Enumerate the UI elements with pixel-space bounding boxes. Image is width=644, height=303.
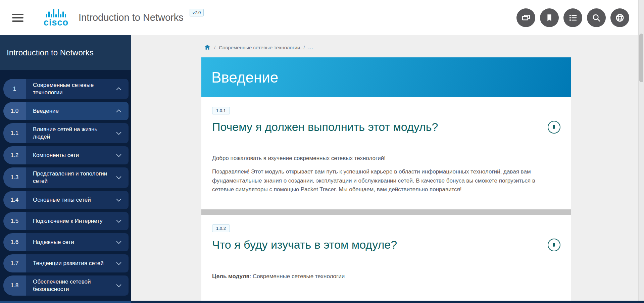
topic-badge: 1.0.1: [212, 107, 230, 114]
cisco-logo: cisco: [44, 8, 68, 27]
main-content: / Современные сетевые технологии / ... В…: [131, 35, 638, 303]
divider: [212, 259, 560, 259]
divider: [212, 141, 560, 141]
version-badge: v7.0: [190, 9, 204, 16]
header: cisco Introduction to Networks v7.0: [0, 0, 644, 35]
lesson-card: Введение 1.0.1 Почему я должен выполнить…: [201, 57, 571, 303]
nav-item-label: Влияние сетей на жизнь людей: [26, 123, 109, 143]
scrollbar-thumb[interactable]: [639, 34, 643, 82]
globe-icon: [615, 13, 625, 23]
nav-item-label: Обеспечение сетевой безопасности: [26, 275, 109, 296]
nav-item-number: 1.3: [3, 167, 26, 188]
chevron-icon[interactable]: [109, 233, 129, 251]
chevron-icon[interactable]: [109, 102, 129, 120]
bookmark-topic-button[interactable]: [548, 121, 560, 134]
sidebar-nav-item-1.0[interactable]: 1.0 Введение: [3, 102, 129, 120]
sidebar-nav-item-1.1[interactable]: 1.1 Влияние сетей на жизнь людей: [3, 123, 129, 143]
bottom-bar: [0, 301, 644, 303]
nav-item-label: Введение: [26, 102, 109, 120]
nav-item-number: 1: [3, 79, 26, 99]
topic-title: Почему я должен выполнить этот модуль?: [212, 120, 548, 134]
sidebar-nav-item-1.8[interactable]: 1.8 Обеспечение сетевой безопасности: [3, 275, 129, 296]
goal-text: : Современные сетевые технологии: [250, 273, 345, 280]
nav-item-label: Компоненты сети: [26, 146, 109, 164]
nav-item-number: 1.6: [3, 233, 26, 251]
bookmark-topic-button[interactable]: [548, 239, 560, 251]
goal-label: Цель модуля: [212, 273, 250, 280]
chevron-icon[interactable]: [109, 212, 129, 230]
topic-title: Что я буду изучать в этом модуле?: [212, 238, 548, 251]
paragraph: Поздравляем! Этот модуль открывает вам п…: [212, 167, 554, 194]
home-breadcrumb-button[interactable]: [204, 44, 211, 51]
breadcrumb: / Современные сетевые технологии / ...: [131, 35, 638, 51]
nav-item-label: Тенденции развития сетей: [26, 254, 109, 272]
chevron-icon[interactable]: [109, 275, 129, 296]
nav-item-label: Подключение к Интернету: [26, 212, 109, 230]
section-separator: [201, 209, 571, 215]
sidebar-header: Introduction to Networks: [0, 35, 131, 70]
cisco-logo-bars-icon: [46, 8, 66, 17]
banner-title: Введение: [211, 69, 278, 86]
breadcrumb-more-link[interactable]: ...: [308, 45, 313, 50]
sidebar-nav-item-1.6[interactable]: 1.6 Надежные сети: [3, 233, 129, 251]
nav-item-number: 1.8: [3, 275, 26, 296]
sidebar-nav-item-1.3[interactable]: 1.3 Представления и топологии сетей: [3, 167, 129, 188]
bookmark-icon: [544, 13, 554, 23]
topic-badge: 1.0.2: [212, 224, 230, 232]
nav-item-number: 1.4: [3, 191, 26, 209]
sidebar: Introduction to Networks 1 Современные с…: [0, 35, 131, 303]
bookmark-icon: [551, 124, 557, 130]
section-banner: Введение: [201, 57, 571, 97]
nav-item-number: 1.1: [3, 123, 26, 143]
nav-item-label: Представления и топологии сетей: [26, 167, 109, 188]
page-scrollbar[interactable]: [638, 0, 644, 303]
bulleted-list-icon: [568, 13, 578, 23]
chevron-icon[interactable]: [109, 146, 129, 164]
paragraph: Добро пожаловать в изучение современных …: [212, 154, 554, 163]
cisco-logo-text: cisco: [44, 18, 68, 27]
chevron-icon[interactable]: [109, 254, 129, 272]
header-toolbar: [516, 8, 629, 27]
table-of-contents-button[interactable]: [563, 8, 582, 27]
module-nav: 1 Современные сетевые технологии 1.0 Вве…: [0, 70, 131, 296]
bookmarks-button[interactable]: [540, 8, 559, 27]
language-button[interactable]: [610, 8, 629, 27]
sidebar-nav-item-1.4[interactable]: 1.4 Основные типы сетей: [3, 191, 129, 209]
sidebar-nav-item-1.7[interactable]: 1.7 Тенденции развития сетей: [3, 254, 129, 272]
chevron-icon[interactable]: [109, 123, 129, 143]
stacked-pages-button[interactable]: [516, 8, 535, 27]
sidebar-nav-item-1[interactable]: 1 Современные сетевые технологии: [3, 79, 129, 99]
home-icon: [204, 44, 211, 51]
nav-item-number: 1.7: [3, 254, 26, 272]
chevron-icon[interactable]: [109, 167, 129, 188]
breadcrumb-separator: /: [303, 45, 305, 50]
breadcrumb-module-link[interactable]: Современные сетевые технологии: [219, 45, 300, 50]
chevron-icon[interactable]: [109, 79, 129, 99]
search-button[interactable]: [587, 8, 606, 27]
bookmark-icon: [551, 242, 557, 248]
nav-item-number: 1.5: [3, 212, 26, 230]
course-page: cisco Introduction to Networks v7.0: [0, 0, 644, 303]
nav-item-number: 1.2: [3, 146, 26, 164]
module-goal: Цель модуля: Современные сетевые техноло…: [212, 273, 560, 280]
course-title: Introduction to Networks: [79, 12, 184, 23]
stacked-pages-icon: [521, 13, 531, 23]
sidebar-nav-item-1.2[interactable]: 1.2 Компоненты сети: [3, 146, 129, 164]
sidebar-nav-item-1.5[interactable]: 1.5 Подключение к Интернету: [3, 212, 129, 230]
nav-item-label: Основные типы сетей: [26, 191, 109, 209]
hamburger-menu-icon[interactable]: [12, 14, 23, 22]
nav-item-label: Современные сетевые технологии: [26, 79, 109, 99]
chevron-icon[interactable]: [109, 191, 129, 209]
breadcrumb-separator: /: [214, 45, 215, 50]
search-icon: [591, 13, 601, 23]
nav-item-label: Надежные сети: [26, 233, 109, 251]
sidebar-course-title: Introduction to Networks: [7, 48, 94, 57]
nav-item-number: 1.0: [3, 102, 26, 120]
